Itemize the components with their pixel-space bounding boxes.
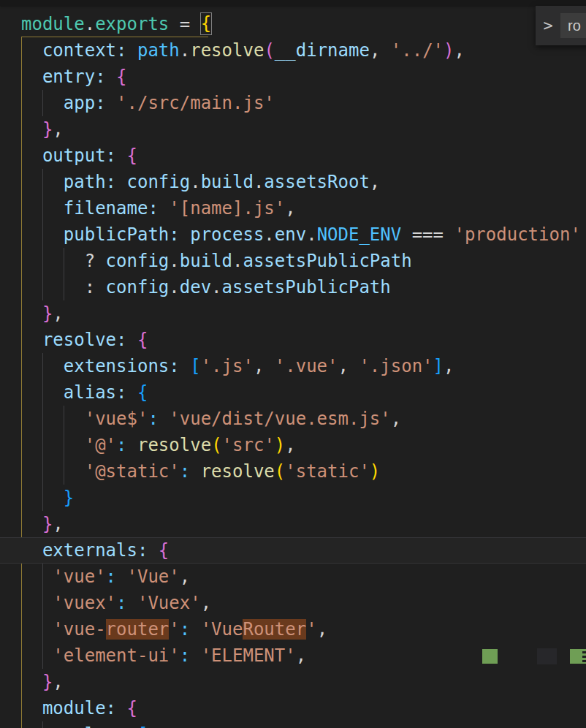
code-token: build	[180, 251, 232, 271]
code-token: config	[106, 277, 170, 297]
code-token: ]	[433, 356, 444, 376]
code-line[interactable]: app: './src/main.js'	[0, 90, 586, 116]
code-line[interactable]: },	[0, 116, 586, 143]
green-marker	[570, 649, 582, 664]
code-token: {	[159, 540, 169, 561]
code-line[interactable]: rules: [	[0, 721, 586, 728]
code-token: ,	[201, 593, 211, 613]
code-line[interactable]: extensions: ['.js', '.vue', '.json'],	[0, 353, 586, 379]
code-line[interactable]: publicPath: process.env.NODE_ENV === 'pr…	[0, 221, 586, 248]
indent-guide	[42, 590, 43, 616]
code-token: '@'	[85, 435, 116, 455]
code-token: :	[169, 356, 179, 376]
code-token: ,	[285, 198, 295, 219]
code-token: ,	[296, 645, 306, 666]
code-token: .	[169, 277, 179, 297]
code-token: 'vue'	[53, 566, 105, 587]
code-token: .	[264, 224, 274, 245]
code-line[interactable]: },	[0, 669, 586, 695]
code-token: 'Vuex'	[137, 593, 201, 613]
indent-guide	[64, 274, 64, 300]
code-token	[21, 40, 42, 61]
code-line[interactable]: 'vuex': 'Vuex',	[0, 590, 586, 616]
code-token	[116, 566, 126, 587]
code-token	[21, 566, 53, 587]
code-token: './src/main.js'	[116, 93, 275, 113]
code-line[interactable]: },	[0, 300, 586, 327]
code-token: :	[116, 593, 126, 613]
code-token	[21, 540, 42, 561]
code-token: ,	[370, 172, 380, 192]
code-token	[127, 724, 137, 728]
code-line[interactable]: alias: {	[0, 379, 586, 406]
code-token	[116, 172, 126, 192]
code-line[interactable]: }	[0, 485, 586, 511]
code-line[interactable]: context: path.resolve(__dirname, '../'),	[0, 37, 586, 64]
code-token: ,	[338, 356, 359, 376]
code-line[interactable]: : config.dev.assetsPublicPath	[0, 274, 586, 300]
code-line[interactable]: entry: {	[0, 64, 586, 90]
code-token	[21, 461, 85, 482]
code-token: {	[201, 13, 211, 34]
code-line[interactable]: module: {	[0, 695, 586, 721]
code-token	[116, 145, 126, 166]
code-token	[21, 645, 53, 666]
code-token: :	[180, 645, 190, 666]
code-token	[159, 198, 169, 219]
code-token: :	[137, 540, 148, 561]
code-line[interactable]: 'element-ui': 'ELEMENT',	[0, 642, 586, 669]
toggle-replace-chevron-icon[interactable]: >	[536, 6, 560, 45]
code-token: exports	[95, 14, 169, 34]
code-line[interactable]: '@': resolve('src'),	[0, 432, 586, 458]
code-token	[127, 382, 137, 403]
indent-guide	[42, 169, 43, 195]
code-line[interactable]: },	[0, 511, 586, 537]
code-line[interactable]: filename: '[name].js',	[0, 195, 586, 221]
code-token: }	[42, 514, 53, 534]
code-token	[106, 93, 116, 113]
code-token	[21, 303, 42, 324]
code-token	[127, 40, 137, 61]
code-token: }	[42, 672, 53, 692]
code-editor[interactable]: module.exports = { context: path.resolve…	[0, 11, 586, 728]
code-token: :	[106, 172, 116, 192]
code-line[interactable]: path: config.build.assetsRoot,	[0, 169, 586, 195]
code-token: (	[264, 40, 274, 61]
code-line[interactable]: 'vue-router': 'VueRouter',	[0, 616, 586, 642]
code-token: {	[127, 145, 137, 166]
code-line[interactable]: 'vue$': 'vue/dist/vue.esm.js',	[0, 406, 586, 432]
code-token: ,	[53, 119, 63, 140]
code-token: module	[42, 698, 106, 718]
code-token: 'src'	[222, 435, 275, 455]
code-token: resolve	[190, 40, 264, 61]
code-token	[21, 593, 53, 613]
indent-guide	[42, 274, 43, 300]
code-line[interactable]: 'vue': 'Vue',	[0, 564, 586, 590]
code-token: :	[106, 145, 116, 166]
code-token: '../'	[391, 40, 444, 61]
code-token	[21, 435, 85, 455]
find-input[interactable]	[560, 13, 586, 38]
code-token: entry	[42, 67, 95, 87]
code-line[interactable]: module.exports = {	[0, 11, 586, 37]
code-token	[21, 67, 42, 87]
code-line[interactable]: resolve: {	[0, 327, 586, 353]
code-line[interactable]: '@static': resolve('static')	[0, 458, 586, 485]
indent-guide	[42, 642, 43, 669]
code-token: output	[42, 145, 106, 166]
code-token: [	[137, 724, 148, 728]
code-token	[190, 645, 200, 666]
code-token: 'vue/dist/vue.esm.js'	[169, 409, 390, 429]
code-token: )	[444, 40, 454, 61]
code-token: :	[116, 40, 126, 61]
indent-guide	[42, 485, 43, 511]
code-token: resolve	[42, 330, 116, 350]
code-line[interactable]: externals: {	[0, 537, 586, 564]
code-token: ===	[401, 224, 454, 245]
code-token	[21, 409, 85, 429]
code-line[interactable]: ? config.build.assetsPublicPath	[0, 248, 586, 274]
green-marker	[482, 649, 498, 664]
code-line[interactable]: output: {	[0, 143, 586, 169]
indent-guide	[42, 248, 43, 274]
code-token: 'element-ui'	[53, 645, 179, 666]
